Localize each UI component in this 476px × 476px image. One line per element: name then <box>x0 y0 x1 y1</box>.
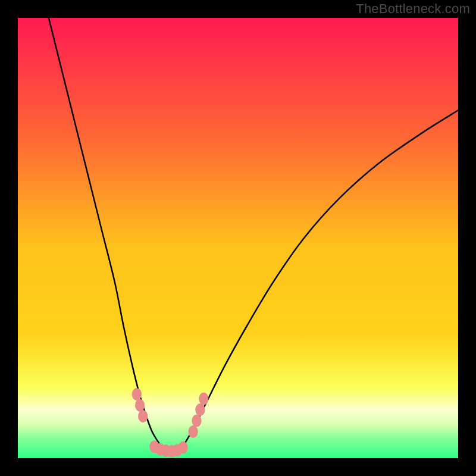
data-marker <box>199 393 208 405</box>
data-marker <box>135 399 145 412</box>
data-marker <box>188 425 198 438</box>
data-marker <box>195 403 205 416</box>
data-marker <box>138 410 148 422</box>
chart-container: { "watermark": "TheBottleneck.com", "col… <box>0 0 476 476</box>
data-marker <box>192 415 201 427</box>
bottleneck-chart <box>18 18 458 458</box>
watermark-text: TheBottleneck.com <box>356 1 470 17</box>
gradient-background <box>18 18 458 458</box>
data-marker <box>132 388 142 400</box>
data-marker <box>178 441 187 454</box>
